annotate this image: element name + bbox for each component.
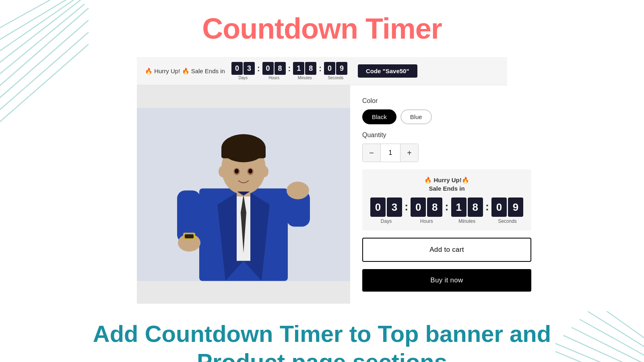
product-hours-label: Hours xyxy=(420,218,433,224)
color-blue-button[interactable]: Blue xyxy=(400,109,432,124)
product-days-d2: 3 xyxy=(387,197,402,217)
product-colon-3: : xyxy=(485,200,489,213)
banner-timer: 0 3 Days : 0 8 Hours : xyxy=(231,62,347,80)
quantity-label: Quantity xyxy=(362,132,531,139)
product-days-digits: 0 3 xyxy=(370,197,402,217)
banner-minutes-group: 1 8 Minutes xyxy=(293,62,316,80)
product-days-group: 0 3 Days xyxy=(370,197,402,224)
banner-hours-digits: 0 8 xyxy=(262,62,286,75)
page-title: Countdown Timer xyxy=(202,12,442,45)
product-seconds-digits: 0 9 xyxy=(491,197,523,217)
banner-minutes-d1: 1 xyxy=(293,62,304,75)
svg-point-37 xyxy=(235,169,239,174)
bottom-headline-line1: Add Countdown Timer to Top banner and xyxy=(93,320,551,348)
product-hours-d2: 8 xyxy=(427,197,442,217)
product-days-d1: 0 xyxy=(370,197,386,217)
banner-colon-3: : xyxy=(318,64,322,73)
bottom-text: Add Countdown Timer to Top banner and Pr… xyxy=(53,320,591,362)
banner-seconds-d2: 9 xyxy=(336,62,347,75)
product-card: 🔥 Hurry Up! 🔥 Sale Ends in 0 3 Days : 0 … xyxy=(137,57,507,304)
product-minutes-label: Minutes xyxy=(458,218,475,224)
quantity-plus-button[interactable]: + xyxy=(400,144,418,162)
color-options: Black Blue xyxy=(362,109,531,124)
banner-seconds-label: Seconds xyxy=(328,76,343,80)
color-section: Color Black Blue xyxy=(362,97,531,124)
product-seconds-d1: 0 xyxy=(491,197,507,217)
page-wrapper: Countdown Timer 🔥 Hurry Up! 🔥 Sale Ends … xyxy=(0,0,644,362)
banner-days-d1: 0 xyxy=(231,62,243,75)
product-days-label: Days xyxy=(381,218,392,224)
countdown-header: 🔥 Hurry Up!🔥 Sale Ends in xyxy=(370,176,523,193)
svg-point-31 xyxy=(287,182,309,200)
product-body: Color Black Blue Quantity − 1 + xyxy=(137,85,507,304)
banner-hours-label: Hours xyxy=(268,76,279,80)
product-hours-digits: 0 8 xyxy=(411,197,442,217)
banner-seconds-digits: 0 9 xyxy=(324,62,347,75)
svg-rect-24 xyxy=(221,148,266,158)
product-hours-d1: 0 xyxy=(411,197,426,217)
product-countdown: 🔥 Hurry Up!🔥 Sale Ends in 0 3 Days : xyxy=(362,169,531,230)
banner-seconds-group: 0 9 Seconds xyxy=(324,62,347,80)
product-image xyxy=(137,85,350,304)
product-details: Color Black Blue Quantity − 1 + xyxy=(350,85,543,304)
product-colon-1: : xyxy=(405,200,408,213)
product-hours-group: 0 8 Hours xyxy=(411,197,442,224)
color-black-button[interactable]: Black xyxy=(362,109,396,124)
add-to-cart-button[interactable]: Add to cart xyxy=(362,238,531,262)
banner-hours-d1: 0 xyxy=(262,62,274,75)
countdown-header-line1: 🔥 Hurry Up!🔥 xyxy=(370,176,523,184)
countdown-header-line2: Sale Ends in xyxy=(370,184,523,193)
quantity-value: 1 xyxy=(380,144,400,162)
bottom-headline: Add Countdown Timer to Top banner and Pr… xyxy=(93,320,551,362)
buy-now-button[interactable]: Buy it now xyxy=(362,269,531,292)
banner-days-group: 0 3 Days xyxy=(231,62,255,80)
quantity-section: Quantity − 1 + xyxy=(362,132,531,162)
banner-hours-group: 0 8 Hours xyxy=(262,62,286,80)
product-minutes-d2: 8 xyxy=(468,197,483,217)
product-seconds-d2: 9 xyxy=(508,197,523,217)
banner-colon-2: : xyxy=(287,64,292,73)
banner-seconds-d1: 0 xyxy=(324,62,335,75)
banner-minutes-d2: 8 xyxy=(305,62,316,75)
quantity-minus-button[interactable]: − xyxy=(363,144,380,162)
product-minutes-group: 1 8 Minutes xyxy=(451,197,483,224)
color-label: Color xyxy=(362,97,531,105)
quantity-control: − 1 + xyxy=(362,144,419,162)
product-seconds-label: Seconds xyxy=(498,218,517,224)
banner-text: 🔥 Hurry Up! 🔥 Sale Ends in xyxy=(145,68,225,75)
product-seconds-group: 0 9 Seconds xyxy=(491,197,523,224)
banner-days-label: Days xyxy=(239,76,248,80)
banner-colon-1: : xyxy=(256,64,261,73)
product-colon-2: : xyxy=(445,200,448,213)
top-banner: 🔥 Hurry Up! 🔥 Sale Ends in 0 3 Days : 0 … xyxy=(137,57,507,85)
product-image-wrap xyxy=(137,85,350,304)
bottom-headline-line2: Product page sections xyxy=(93,348,551,362)
svg-point-40 xyxy=(260,166,268,177)
product-minutes-digits: 1 8 xyxy=(451,197,483,217)
banner-days-digits: 0 3 xyxy=(231,62,255,75)
svg-rect-34 xyxy=(185,234,194,239)
banner-minutes-label: Minutes xyxy=(298,76,312,80)
product-minutes-d1: 1 xyxy=(451,197,466,217)
banner-days-d2: 3 xyxy=(244,62,255,75)
banner-hours-d2: 8 xyxy=(275,62,286,75)
banner-minutes-digits: 1 8 xyxy=(293,62,316,75)
svg-point-38 xyxy=(248,169,252,174)
promo-code-badge: Code "Save50" xyxy=(358,64,417,78)
svg-point-39 xyxy=(219,166,227,177)
product-big-timer: 0 3 Days : 0 8 Hours xyxy=(370,197,523,224)
